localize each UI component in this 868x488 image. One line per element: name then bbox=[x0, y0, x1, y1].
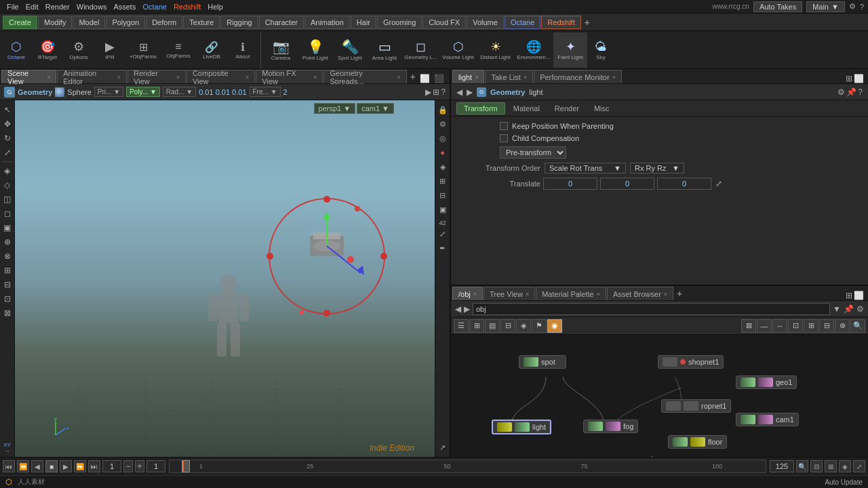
node-settings2-icon[interactable]: ⚙ bbox=[856, 304, 864, 314]
pri-dropdown[interactable]: Pri... ▼ bbox=[94, 87, 123, 97]
fre-dropdown[interactable]: Fre... ▼ bbox=[250, 87, 281, 97]
node-tool-net[interactable]: ◈ bbox=[516, 319, 531, 333]
view1-icon[interactable]: 🔒 bbox=[436, 103, 450, 117]
rotate-icon[interactable]: ↻ bbox=[1, 131, 14, 145]
timeline-icon1[interactable]: ⊟ bbox=[810, 460, 823, 472]
tab-material[interactable]: Material bbox=[507, 103, 547, 114]
node-pin-icon[interactable]: 📌 bbox=[844, 304, 854, 314]
light-sky-btn[interactable]: 🌤 Sky bbox=[587, 33, 614, 68]
tool9-icon[interactable]: ⊟ bbox=[1, 278, 14, 291]
viewport-3d[interactable]: persp1 ▼ cam1 ▼ Indie Edition x y bbox=[15, 100, 435, 457]
obj-nav-fwd[interactable]: ▶ bbox=[467, 87, 473, 97]
menu-help[interactable]: Help bbox=[205, 3, 226, 11]
node-tool-flag[interactable]: ⚑ bbox=[532, 319, 547, 333]
tz-field[interactable] bbox=[657, 178, 711, 190]
tool10-icon[interactable]: ⊡ bbox=[1, 292, 14, 306]
node-tool-r5[interactable]: ⊞ bbox=[804, 319, 818, 333]
octane-toolbar-btn[interactable]: Octane bbox=[505, 16, 540, 29]
node-tool-r4[interactable]: ⊡ bbox=[788, 319, 803, 333]
node-tool-big[interactable]: ⊟ bbox=[500, 319, 515, 333]
light-geo-btn[interactable]: ◻ Geometry L... bbox=[402, 33, 439, 68]
ty-field[interactable] bbox=[600, 178, 654, 190]
play-prev-key[interactable]: ⏪ bbox=[17, 460, 29, 472]
create-btn[interactable]: Create bbox=[3, 16, 37, 29]
layout-btn-1[interactable]: ⬜ bbox=[418, 74, 431, 83]
tab-motionfx[interactable]: Motion FX View× bbox=[256, 70, 323, 83]
node-tool-r7[interactable]: ⊗ bbox=[835, 319, 850, 333]
options-icon-btn[interactable]: ⚙ Options bbox=[64, 33, 94, 68]
cloudfx-btn[interactable]: Cloud FX bbox=[422, 16, 466, 29]
tool11-icon[interactable]: ⊠ bbox=[1, 306, 14, 320]
menu-render[interactable]: Render bbox=[43, 3, 73, 11]
tool5-icon[interactable]: ▣ bbox=[1, 221, 14, 235]
light-camera-btn[interactable]: 📷 Camera bbox=[264, 33, 298, 68]
menu-windows[interactable]: Windows bbox=[74, 3, 110, 11]
light-volume-btn[interactable]: ⬡ Volume Light bbox=[439, 33, 477, 68]
auto-takes-btn[interactable]: Auto Takes bbox=[753, 1, 802, 12]
menu-octane[interactable]: Octane bbox=[140, 3, 169, 11]
total-frames-input[interactable] bbox=[770, 460, 794, 472]
frame-input[interactable] bbox=[102, 460, 121, 472]
tx-field[interactable] bbox=[543, 178, 597, 190]
tab-take-list[interactable]: Take List× bbox=[485, 70, 533, 83]
zoom-icon[interactable]: 🔍 bbox=[796, 460, 808, 472]
node-ropnet1[interactable]: ropnet1 bbox=[661, 399, 731, 413]
timeline-bar[interactable]: 1 25 50 75 100 bbox=[169, 460, 766, 473]
light-distant-btn[interactable]: ☀ Distant Light bbox=[477, 33, 514, 68]
play-stop[interactable]: ■ bbox=[45, 460, 58, 472]
model-btn[interactable]: Model bbox=[73, 16, 105, 29]
light-faint-btn[interactable]: ✦ Faint Light bbox=[553, 33, 587, 68]
play-next-frame[interactable]: ⏩ bbox=[74, 460, 86, 472]
tab-light[interactable]: light× bbox=[452, 70, 484, 83]
obj-nav-back[interactable]: ◀ bbox=[456, 87, 462, 97]
tab-misc[interactable]: Misc bbox=[587, 103, 616, 114]
deform-btn[interactable]: Deform bbox=[146, 16, 182, 29]
frame-minus[interactable]: − bbox=[123, 460, 133, 472]
rad-dropdown[interactable]: Rad... ▼ bbox=[163, 87, 196, 97]
node-tool-r1[interactable]: ⊠ bbox=[741, 319, 756, 333]
tool1-icon[interactable]: ◈ bbox=[1, 164, 14, 178]
view6-icon[interactable]: ⊞ bbox=[436, 174, 450, 188]
right-tab-collapse[interactable]: ⬜ bbox=[854, 74, 864, 83]
pre-transform-select[interactable]: Pre-transform bbox=[500, 146, 566, 159]
timeline-icon4[interactable]: ⤢ bbox=[853, 460, 865, 472]
modify-btn[interactable]: Modify bbox=[38, 16, 72, 29]
node-tool-r3[interactable]: ↔ bbox=[772, 319, 787, 333]
node-floor[interactable]: floor bbox=[668, 435, 727, 449]
livedb-icon-btn[interactable]: 🔗 LiveDB bbox=[197, 33, 226, 68]
texture-btn[interactable]: Texture bbox=[183, 16, 220, 29]
objparms-icon-btn[interactable]: ≡ ObjParms bbox=[161, 33, 195, 68]
tab-transform[interactable]: Transform bbox=[456, 102, 505, 115]
tab-render-prop[interactable]: Render bbox=[548, 103, 586, 114]
tool4-icon[interactable]: ◻ bbox=[1, 207, 14, 220]
play-to-start[interactable]: ⏮ bbox=[3, 460, 15, 472]
node-spot[interactable]: spot bbox=[519, 355, 566, 369]
hair-btn[interactable]: Hair bbox=[351, 16, 376, 29]
node-settings-icon[interactable]: ⊞ bbox=[846, 291, 852, 300]
menu-file[interactable]: File bbox=[4, 3, 22, 11]
menu-redshift[interactable]: Redshift bbox=[171, 3, 203, 11]
tab-perf-monitor[interactable]: Performance Monitor× bbox=[534, 70, 622, 83]
redshift-toolbar-btn[interactable]: Redshift bbox=[541, 16, 580, 29]
translate-expand[interactable]: ⤢ bbox=[714, 179, 724, 188]
frame-plus[interactable]: + bbox=[135, 460, 144, 472]
view3-icon[interactable]: ◎ bbox=[436, 131, 450, 145]
plus-objparms-icon-btn[interactable]: ⊞ +ObjParms bbox=[126, 33, 160, 68]
menu-assets[interactable]: Assets bbox=[111, 3, 138, 11]
right-tab-settings[interactable]: ⊞ bbox=[846, 74, 852, 83]
node-tool-grid[interactable]: ⊞ bbox=[469, 319, 484, 333]
node-nav-fwd[interactable]: ▶ bbox=[464, 304, 470, 314]
view4-icon[interactable]: ● bbox=[436, 146, 450, 159]
grooming-btn[interactable]: Grooming bbox=[377, 16, 422, 29]
move-icon[interactable]: ✥ bbox=[1, 117, 14, 131]
node-path-dropdown[interactable]: ▼ bbox=[833, 304, 841, 314]
tab-animation-editor[interactable]: Animation Editor× bbox=[57, 70, 127, 83]
layout-btn-2[interactable]: ⬛ bbox=[433, 74, 446, 83]
tool7-icon[interactable]: ⊗ bbox=[1, 249, 14, 263]
node-tool-color[interactable]: ◉ bbox=[547, 319, 562, 333]
rigging-btn[interactable]: Rigging bbox=[220, 16, 258, 29]
keep-position-checkbox[interactable] bbox=[500, 122, 508, 130]
tool8-icon[interactable]: ⊞ bbox=[1, 264, 14, 277]
props-pin-icon[interactable]: 📌 bbox=[846, 87, 856, 97]
node-shopnet1[interactable]: shopnet1 bbox=[658, 355, 724, 369]
